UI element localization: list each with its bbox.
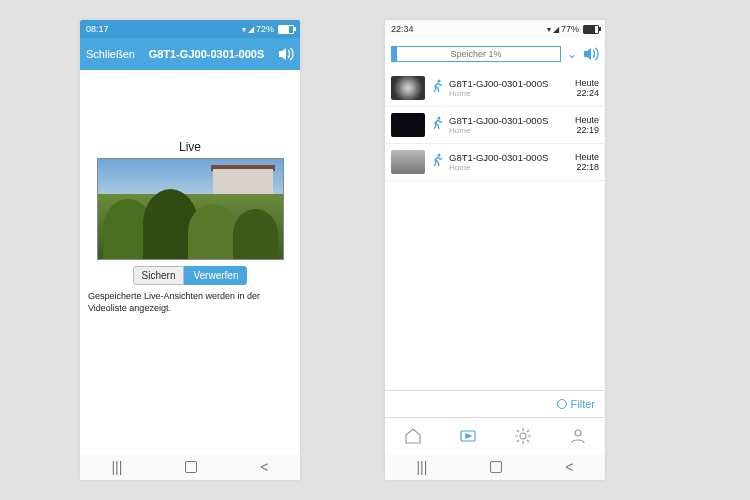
phone-event-list: 22:34 ▾ ◢ 77% Speicher 1% ⌄ G8T1-GJ00-03… xyxy=(385,20,605,480)
event-row[interactable]: G8T1-GJ00-0301-000SHomeHeute22:24 xyxy=(385,70,605,107)
signal-icon: ◢ xyxy=(553,25,559,34)
event-name: G8T1-GJ00-0301-000S xyxy=(449,115,569,126)
discard-button[interactable]: Verwerfen xyxy=(184,266,247,285)
motion-icon xyxy=(431,116,443,134)
motion-icon xyxy=(431,79,443,97)
event-thumbnail xyxy=(391,113,425,137)
battery-percent: 72% xyxy=(256,24,274,34)
tab-videos[interactable] xyxy=(459,427,477,445)
filter-bar[interactable]: Filter xyxy=(385,390,605,417)
svg-point-0 xyxy=(438,80,441,83)
event-thumbnail xyxy=(391,150,425,174)
filter-label: Filter xyxy=(571,398,595,410)
status-time: 08:17 xyxy=(86,24,109,34)
wifi-icon: ▾ xyxy=(242,25,246,34)
speaker-icon[interactable] xyxy=(278,47,294,61)
recents-button[interactable]: ||| xyxy=(416,459,427,475)
action-buttons: Sichern Verwerfen xyxy=(133,266,248,285)
save-button[interactable]: Sichern xyxy=(133,266,185,285)
storage-label: Speicher 1% xyxy=(450,49,501,59)
motion-icon xyxy=(431,153,443,171)
status-bar: 22:34 ▾ ◢ 77% xyxy=(385,20,605,38)
signal-icon: ◢ xyxy=(248,25,254,34)
app-header: Schließen G8T1-GJ00-0301-000S xyxy=(80,38,300,70)
android-nav: ||| < xyxy=(80,454,300,480)
event-time: 22:19 xyxy=(576,125,599,135)
live-body: Live Sichern Verwerfen Gespeicherte Live… xyxy=(80,70,300,454)
wifi-icon: ▾ xyxy=(547,25,551,34)
event-sub: Home xyxy=(449,163,569,172)
svg-point-4 xyxy=(520,433,526,439)
event-time: 22:18 xyxy=(576,162,599,172)
event-day: Heute xyxy=(575,152,599,162)
battery-icon xyxy=(583,25,599,34)
recents-button[interactable]: ||| xyxy=(111,459,122,475)
battery-percent: 77% xyxy=(561,24,579,34)
event-thumbnail xyxy=(391,76,425,100)
home-button[interactable] xyxy=(490,461,502,473)
event-list: G8T1-GJ00-0301-000SHomeHeute22:24G8T1-GJ… xyxy=(385,70,605,390)
svg-point-5 xyxy=(575,430,581,436)
back-button[interactable]: < xyxy=(565,459,573,475)
header-title: G8T1-GJ00-0301-000S xyxy=(135,48,278,60)
status-bar: 08:17 ▾ ◢ 72% xyxy=(80,20,300,38)
live-label: Live xyxy=(179,140,201,154)
event-row[interactable]: G8T1-GJ00-0301-000SHomeHeute22:19 xyxy=(385,107,605,144)
hint-text: Gespeicherte Live-Ansichten werden in de… xyxy=(88,291,292,314)
event-sub: Home xyxy=(449,126,569,135)
event-sub: Home xyxy=(449,89,569,98)
tab-bar xyxy=(385,417,605,454)
event-time: 22:24 xyxy=(576,88,599,98)
back-button[interactable]: < xyxy=(260,459,268,475)
tab-account[interactable] xyxy=(569,427,587,445)
event-row[interactable]: G8T1-GJ00-0301-000SHomeHeute22:18 xyxy=(385,144,605,181)
storage-row: Speicher 1% ⌄ xyxy=(385,38,605,70)
close-button[interactable]: Schließen xyxy=(86,48,135,60)
svg-point-1 xyxy=(438,117,441,120)
event-name: G8T1-GJ00-0301-000S xyxy=(449,152,569,163)
phone-live-view: 08:17 ▾ ◢ 72% Schließen G8T1-GJ00-0301-0… xyxy=(80,20,300,480)
storage-bar[interactable]: Speicher 1% xyxy=(391,46,561,62)
tab-home[interactable] xyxy=(404,427,422,445)
home-button[interactable] xyxy=(185,461,197,473)
event-name: G8T1-GJ00-0301-000S xyxy=(449,78,569,89)
live-preview[interactable] xyxy=(97,158,284,260)
battery-icon xyxy=(278,25,294,34)
event-day: Heute xyxy=(575,115,599,125)
chevron-down-icon[interactable]: ⌄ xyxy=(567,47,577,61)
android-nav: ||| < xyxy=(385,454,605,480)
event-day: Heute xyxy=(575,78,599,88)
tab-settings[interactable] xyxy=(514,427,532,445)
svg-point-2 xyxy=(438,154,441,157)
filter-icon xyxy=(557,399,567,409)
speaker-icon[interactable] xyxy=(583,47,599,61)
status-time: 22:34 xyxy=(391,24,414,34)
